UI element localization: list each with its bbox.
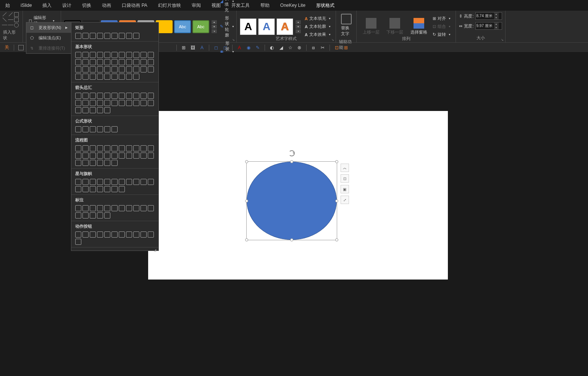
shape-option[interactable] [75, 186, 81, 192]
shape-option[interactable] [133, 205, 139, 211]
shape-option[interactable] [82, 52, 89, 58]
shape-option[interactable] [90, 179, 96, 185]
shape-option[interactable] [111, 33, 118, 39]
shape-option[interactable] [104, 205, 110, 211]
shape-option[interactable] [111, 186, 118, 192]
shape-option[interactable] [90, 126, 96, 132]
tb-i[interactable]: ◐ [268, 44, 276, 51]
shape-option[interactable] [119, 145, 125, 151]
wordart-1[interactable]: A [240, 18, 257, 35]
tb-c[interactable]: A [198, 44, 206, 51]
shape-option[interactable] [97, 186, 103, 192]
ellipse-shape[interactable] [247, 162, 337, 240]
shape-option[interactable] [141, 59, 147, 65]
rotate-button[interactable]: ↻ 旋转 ▼ [431, 31, 452, 38]
shape-option[interactable] [97, 100, 103, 106]
tab-onekey[interactable]: OneKey Lite [275, 0, 311, 10]
shape-option[interactable] [133, 74, 139, 80]
shape-option[interactable] [97, 74, 103, 80]
shape-option[interactable] [97, 145, 103, 151]
shape-option[interactable] [133, 52, 139, 58]
shape-option[interactable] [141, 153, 147, 159]
tb-a[interactable]: ⊞ [180, 44, 187, 51]
shape-option[interactable] [119, 205, 125, 211]
shape-option[interactable] [111, 52, 118, 58]
tb-n[interactable]: ✂ [319, 44, 326, 51]
tb-j[interactable]: ◢ [277, 44, 285, 51]
shape-option[interactable] [119, 100, 125, 106]
handle-tr[interactable] [335, 160, 338, 163]
tb-close[interactable]: 关 [3, 44, 11, 51]
float-stack[interactable]: ▣ [341, 185, 349, 193]
shape-option[interactable] [75, 100, 81, 106]
shape-option[interactable] [90, 66, 96, 72]
slide[interactable]: ︽ ⊡ ▣ ⤢ [148, 111, 448, 280]
shape-option[interactable] [104, 74, 110, 80]
handle-tm[interactable] [290, 160, 293, 163]
slide-panel-collapsed[interactable] [0, 53, 8, 376]
shape-option[interactable] [82, 186, 89, 192]
shape-option[interactable] [75, 145, 81, 151]
shape-option[interactable] [90, 186, 96, 192]
handle-bm[interactable] [290, 238, 293, 241]
shape-option[interactable] [111, 205, 118, 211]
shape-option[interactable] [148, 66, 154, 72]
shape-option[interactable] [104, 33, 110, 39]
selected-shape-bounds[interactable] [246, 161, 337, 240]
edit-points-item[interactable]: ⬠ 编辑顶点(E) [26, 33, 71, 43]
tab-pocket[interactable]: 口袋动画 PA [116, 0, 152, 11]
shape-option[interactable] [141, 66, 147, 72]
shape-option[interactable] [148, 59, 154, 65]
tb-b[interactable]: 🖼 [189, 44, 197, 51]
recent-shapes[interactable] [2, 12, 21, 27]
shape-option[interactable] [82, 145, 89, 151]
shape-option[interactable] [97, 231, 103, 238]
shape-option[interactable] [75, 179, 81, 185]
shape-option[interactable] [90, 59, 96, 65]
shape-option[interactable] [97, 59, 103, 65]
shape-option[interactable] [141, 93, 147, 99]
shape-option[interactable] [97, 205, 103, 211]
tab-animation[interactable]: 动画 [97, 0, 116, 11]
shape-fill[interactable]: ◢ 形状填充 ▼ [218, 0, 236, 14]
shape-option[interactable] [75, 160, 81, 166]
shape-option[interactable] [119, 59, 125, 65]
tab-help[interactable]: 帮助 [255, 0, 275, 11]
handle-br[interactable] [335, 238, 338, 241]
shape-option[interactable] [75, 239, 81, 245]
shape-option[interactable] [111, 59, 118, 65]
align-button[interactable]: ⊞ 对齐 ▼ [431, 15, 452, 22]
shape-option[interactable] [148, 52, 154, 58]
text-fill[interactable]: A 文本填充 ▼ [303, 15, 333, 22]
shape-option[interactable] [97, 153, 103, 159]
wordart-gallery[interactable]: A A A ▲ ▼ ▾ [240, 18, 301, 35]
tab-transition[interactable]: 切换 [77, 0, 97, 11]
shape-option[interactable] [75, 93, 81, 99]
shape-option[interactable] [97, 126, 103, 132]
shape-option[interactable] [75, 52, 81, 58]
shape-option[interactable] [126, 145, 132, 151]
tab-slideshow[interactable]: 幻灯片放映 [153, 0, 186, 11]
float-layout[interactable]: ⊡ [341, 174, 349, 183]
wordart-2[interactable]: A [258, 18, 275, 35]
preset-green[interactable]: Abc [192, 20, 209, 33]
shape-option[interactable] [104, 153, 110, 159]
shape-option[interactable] [126, 33, 132, 39]
tab-shapeformat[interactable]: 形状格式 [311, 0, 340, 11]
shape-option[interactable] [111, 160, 118, 166]
shape-option[interactable] [90, 160, 96, 166]
alt-text-button[interactable]: 替换文字 [338, 12, 355, 38]
shape-option[interactable] [119, 153, 125, 159]
shape-option[interactable] [97, 179, 103, 185]
height-input[interactable]: ▲▼ [475, 12, 502, 20]
handle-mr[interactable] [335, 199, 338, 202]
shape-option[interactable] [97, 160, 103, 166]
float-collapse[interactable]: ︽ [341, 164, 349, 172]
shape-option[interactable] [141, 179, 147, 185]
shape-option[interactable] [82, 205, 89, 211]
shape-option[interactable] [104, 231, 110, 238]
shape-option[interactable] [75, 33, 81, 39]
tb-f[interactable]: A [236, 44, 243, 51]
tb-item-1[interactable] [17, 44, 25, 51]
width-input[interactable]: ▲▼ [475, 22, 502, 30]
